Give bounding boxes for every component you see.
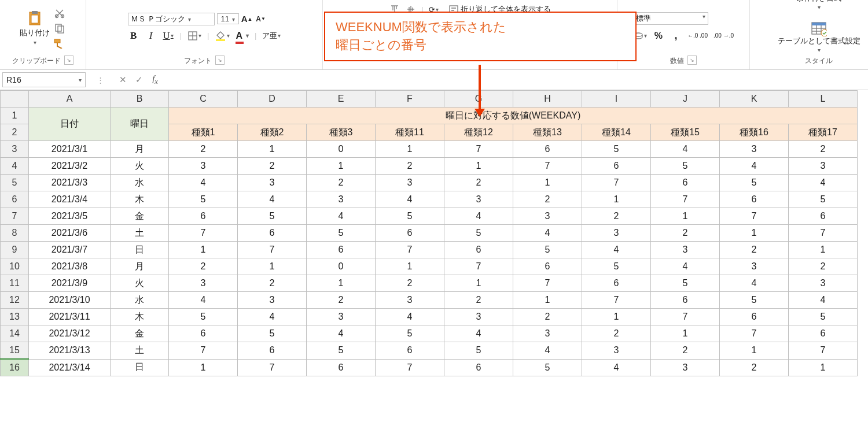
cell-C4[interactable]: 3 bbox=[169, 158, 238, 175]
cell-B14[interactable]: 金 bbox=[111, 325, 169, 342]
cell-A12[interactable]: 2021/3/10 bbox=[29, 292, 111, 309]
cell-J3[interactable]: 4 bbox=[651, 141, 720, 158]
cell-B16[interactable]: 日 bbox=[111, 359, 169, 376]
cell-L11[interactable]: 3 bbox=[789, 275, 858, 292]
decrease-decimal-button[interactable]: .00 →.0 bbox=[713, 30, 734, 42]
row-header-10[interactable]: 10 bbox=[1, 258, 29, 275]
format-as-table-button[interactable]: テーブルとして書式設定▾ bbox=[778, 21, 860, 54]
cell-K7[interactable]: 7 bbox=[720, 208, 789, 225]
cell-C10[interactable]: 2 bbox=[169, 258, 238, 275]
increase-decimal-button[interactable]: ←.0 .00 bbox=[687, 30, 708, 42]
cell-G6[interactable]: 3 bbox=[444, 191, 513, 208]
cell-D4[interactable]: 2 bbox=[238, 158, 307, 175]
cell-K14[interactable]: 7 bbox=[720, 325, 789, 342]
italic-button[interactable]: I bbox=[145, 30, 157, 42]
cell-J14[interactable]: 1 bbox=[651, 325, 720, 342]
row-header-9[interactable]: 9 bbox=[1, 242, 29, 258]
font-name-select[interactable]: ＭＳ Ｐゴシック ▾ bbox=[128, 13, 215, 25]
cell-K4[interactable]: 4 bbox=[720, 158, 789, 175]
cell-C16[interactable]: 1 bbox=[169, 359, 238, 376]
cell-I3[interactable]: 5 bbox=[582, 141, 651, 158]
row-header-12[interactable]: 12 bbox=[1, 292, 29, 309]
cell-F13[interactable]: 4 bbox=[376, 309, 444, 325]
cell-K12[interactable]: 5 bbox=[720, 292, 789, 309]
cell-J11[interactable]: 5 bbox=[651, 275, 720, 292]
dialog-launcher-icon[interactable]: ↘ bbox=[687, 55, 697, 65]
cell-C8[interactable]: 7 bbox=[169, 225, 238, 242]
cell-G7[interactable]: 4 bbox=[444, 208, 513, 225]
column-header-C[interactable]: C bbox=[169, 91, 238, 108]
cell-C6[interactable]: 5 bbox=[169, 191, 238, 208]
cell-A15[interactable]: 2021/3/13 bbox=[29, 342, 111, 360]
column-header-E[interactable]: E bbox=[307, 91, 376, 108]
select-all-corner[interactable] bbox=[1, 91, 29, 108]
cell-I11[interactable]: 6 bbox=[582, 275, 651, 292]
cell-J5[interactable]: 6 bbox=[651, 175, 720, 191]
row-header-5[interactable]: 5 bbox=[1, 175, 29, 191]
ruby-button[interactable]: ア亜▾ bbox=[262, 30, 281, 42]
formula-input[interactable] bbox=[168, 73, 868, 87]
cell-J16[interactable]: 3 bbox=[651, 359, 720, 376]
cell-K10[interactable]: 3 bbox=[720, 258, 789, 275]
copy-button[interactable] bbox=[53, 23, 66, 34]
cell-I14[interactable]: 2 bbox=[582, 325, 651, 342]
number-format-select[interactable]: 標準 ▾ bbox=[633, 12, 708, 25]
row-header-14[interactable]: 14 bbox=[1, 325, 29, 342]
cell-J7[interactable]: 1 bbox=[651, 208, 720, 225]
cell-A3[interactable]: 2021/3/1 bbox=[29, 141, 111, 158]
cell-D9[interactable]: 7 bbox=[238, 242, 307, 258]
cell-G13[interactable]: 3 bbox=[444, 309, 513, 325]
cell-L5[interactable]: 4 bbox=[789, 175, 858, 191]
cell-F9[interactable]: 7 bbox=[376, 242, 444, 258]
cell-H3[interactable]: 6 bbox=[513, 141, 582, 158]
cell-A13[interactable]: 2021/3/11 bbox=[29, 309, 111, 325]
cell-D15[interactable]: 6 bbox=[238, 342, 307, 360]
cell-A6[interactable]: 2021/3/4 bbox=[29, 191, 111, 208]
cell-C13[interactable]: 5 bbox=[169, 309, 238, 325]
cell-H13[interactable]: 2 bbox=[513, 309, 582, 325]
row-header-7[interactable]: 7 bbox=[1, 208, 29, 225]
cell-A5[interactable]: 2021/3/3 bbox=[29, 175, 111, 191]
cell-I4[interactable]: 6 bbox=[582, 158, 651, 175]
cell-K3[interactable]: 3 bbox=[720, 141, 789, 158]
cell-D16[interactable]: 7 bbox=[238, 359, 307, 376]
cell-H15[interactable]: 4 bbox=[513, 342, 582, 360]
row-header-15[interactable]: 15 bbox=[1, 342, 29, 360]
cell-L4[interactable]: 3 bbox=[789, 158, 858, 175]
cell-F3[interactable]: 1 bbox=[376, 141, 444, 158]
cell-L14[interactable]: 6 bbox=[789, 325, 858, 342]
cancel-formula-button[interactable]: ✕ bbox=[115, 75, 131, 85]
cell-D10[interactable]: 1 bbox=[238, 258, 307, 275]
row-header-13[interactable]: 13 bbox=[1, 309, 29, 325]
cell-H16[interactable]: 5 bbox=[513, 359, 582, 376]
cell-E16[interactable]: 6 bbox=[307, 359, 376, 376]
row-header-16[interactable]: 16 bbox=[1, 359, 29, 376]
cell-F12[interactable]: 3 bbox=[376, 292, 444, 309]
cell-A10[interactable]: 2021/3/8 bbox=[29, 258, 111, 275]
enter-formula-button[interactable]: ✓ bbox=[131, 75, 147, 85]
cell-B3[interactable]: 月 bbox=[111, 141, 169, 158]
row-header-2[interactable]: 2 bbox=[1, 124, 29, 141]
cell-B4[interactable]: 火 bbox=[111, 158, 169, 175]
cell-L10[interactable]: 2 bbox=[789, 258, 858, 275]
worksheet[interactable]: ABCDEFGHIJKL1日付曜日曜日に対応する数値(WEEKDAY)2種類1種… bbox=[0, 90, 868, 376]
cell-F10[interactable]: 1 bbox=[376, 258, 444, 275]
cell-E12[interactable]: 2 bbox=[307, 292, 376, 309]
percent-button[interactable]: % bbox=[653, 30, 664, 42]
cell-A11[interactable]: 2021/3/9 bbox=[29, 275, 111, 292]
cell-K16[interactable]: 2 bbox=[720, 359, 789, 376]
cell-G3[interactable]: 7 bbox=[444, 141, 513, 158]
cell-C15[interactable]: 7 bbox=[169, 342, 238, 360]
row-header-3[interactable]: 3 bbox=[1, 141, 29, 158]
cell-A9[interactable]: 2021/3/7 bbox=[29, 242, 111, 258]
cell-B8[interactable]: 土 bbox=[111, 225, 169, 242]
cell-B7[interactable]: 金 bbox=[111, 208, 169, 225]
cell-J15[interactable]: 2 bbox=[651, 342, 720, 360]
row-header-11[interactable]: 11 bbox=[1, 275, 29, 292]
cell-I8[interactable]: 3 bbox=[582, 225, 651, 242]
cell-F6[interactable]: 4 bbox=[376, 191, 444, 208]
cell-L16[interactable]: 1 bbox=[789, 359, 858, 376]
cell-K8[interactable]: 1 bbox=[720, 225, 789, 242]
cell-G12[interactable]: 2 bbox=[444, 292, 513, 309]
cell-A14[interactable]: 2021/3/12 bbox=[29, 325, 111, 342]
